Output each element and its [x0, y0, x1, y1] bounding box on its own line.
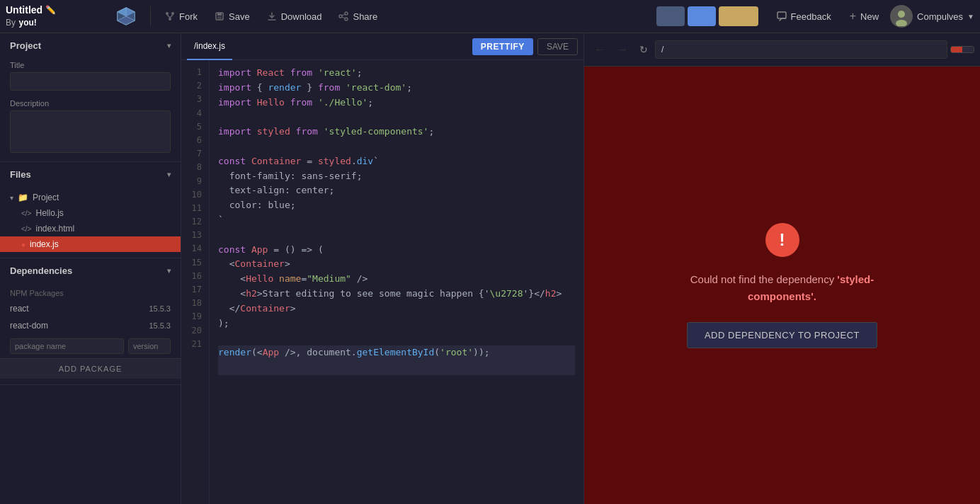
- editor-tabs: /index.js PRETTIFY SAVE: [181, 33, 583, 60]
- sidebar: Project ▾ Title Description Files ▾ ▾ 📁: [0, 33, 181, 504]
- code-line-4: [218, 110, 575, 125]
- url-bar[interactable]: [655, 40, 947, 59]
- error-message: Could not find the dependency 'styled-co…: [662, 271, 903, 305]
- code-line-16: <h2>Start editing to see some magic happ…: [218, 287, 575, 302]
- code-line-9: text-align: center;: [218, 183, 575, 198]
- svg-point-17: [345, 18, 348, 21]
- svg-rect-13: [217, 16, 222, 19]
- code-line-19: [218, 331, 575, 345]
- files-section-label: Files: [10, 169, 31, 180]
- back-button[interactable]: ←: [590, 40, 610, 59]
- prettify-button[interactable]: PRETTIFY: [472, 38, 533, 55]
- svg-line-19: [342, 17, 345, 18]
- color-swatch-1[interactable]: [656, 6, 685, 26]
- toggle-right[interactable]: [962, 47, 974, 52]
- svg-line-18: [342, 14, 345, 16]
- code-line-8: font-family: sans-serif;: [218, 169, 575, 184]
- file-item-indexjs[interactable]: ● index.js: [0, 236, 181, 252]
- package-version-input[interactable]: [128, 338, 171, 354]
- add-dependency-button[interactable]: ADD DEPENDENCY TO PROJECT: [687, 322, 877, 348]
- html-file-icon: </>: [21, 225, 31, 233]
- error-message-text: Could not find the dependency: [690, 273, 838, 285]
- error-icon: !: [765, 223, 799, 257]
- files-section-header[interactable]: Files ▾: [0, 162, 181, 187]
- code-content[interactable]: import React from 'react'; import { rend…: [210, 60, 583, 504]
- code-line-13: const App = () => (: [218, 243, 575, 258]
- topbar: Untitled ✏️ By you! Fork Save Download S: [0, 0, 980, 33]
- dependencies-chevron-icon: ▾: [167, 267, 171, 275]
- refresh-button[interactable]: ↻: [635, 41, 652, 58]
- dep-react[interactable]: react 15.5.3: [0, 300, 181, 317]
- file-tree: ▾ 📁 Project </> Hello.js </> index.html …: [0, 187, 181, 258]
- title-field: Title: [0, 58, 181, 96]
- fork-button[interactable]: Fork: [159, 8, 203, 25]
- editor-save-button[interactable]: SAVE: [537, 38, 578, 55]
- forward-button[interactable]: →: [612, 40, 632, 59]
- svg-point-16: [339, 15, 342, 18]
- file-item-indexhtml[interactable]: </> index.html: [0, 221, 181, 236]
- separator-1: [150, 6, 151, 26]
- error-icon-indexjs: ●: [21, 241, 25, 248]
- save-button[interactable]: Save: [209, 8, 256, 25]
- package-name-input[interactable]: [10, 338, 124, 354]
- file-name-indexhtml: index.html: [35, 224, 74, 234]
- save-label: Save: [229, 11, 250, 22]
- share-button[interactable]: Share: [333, 8, 383, 25]
- add-package-button[interactable]: ADD PACKAGE: [0, 358, 181, 379]
- color-swatch-3[interactable]: [719, 6, 758, 26]
- dep-react-dom-version: 15.5.3: [149, 321, 171, 330]
- project-folder-label: Project: [33, 193, 59, 202]
- user-menu-chevron[interactable]: ▼: [967, 13, 974, 21]
- user-name[interactable]: Compulves: [917, 11, 963, 22]
- avatar: [890, 5, 913, 28]
- toggle-left[interactable]: [951, 47, 962, 52]
- feedback-button[interactable]: Feedback: [770, 8, 838, 25]
- code-line-21: [218, 360, 575, 375]
- code-line-1: import React from 'react';: [218, 66, 575, 81]
- dep-react-name: react: [10, 304, 29, 314]
- code-line-20: render(<App />, document.getElementById(…: [218, 345, 575, 360]
- dependencies-label: Dependencies: [10, 265, 72, 276]
- cube-logo: [113, 4, 139, 29]
- color-swatch-2[interactable]: [688, 6, 716, 26]
- dep-react-version: 15.5.3: [149, 304, 171, 313]
- edit-title-icon[interactable]: ✏️: [45, 5, 56, 15]
- preview-toggle: [950, 46, 974, 53]
- file-name-indexjs: index.js: [30, 239, 59, 249]
- preview-toolbar: ← → ↻: [584, 33, 980, 67]
- svg-point-15: [345, 12, 348, 15]
- title-label: Title: [10, 61, 171, 69]
- project-section-header[interactable]: Project ▾: [0, 33, 181, 58]
- code-editor[interactable]: 1 2 3 4 5 6 7 8 9 10 11 12 13 14 15 16 1…: [181, 60, 583, 504]
- tab-indexjs[interactable]: /index.js: [187, 33, 232, 60]
- svg-point-8: [169, 18, 171, 21]
- feedback-label: Feedback: [791, 11, 831, 22]
- code-line-14: <Container>: [218, 257, 575, 272]
- by-label: By: [6, 18, 16, 28]
- fork-label: Fork: [179, 11, 198, 22]
- description-label: Description: [10, 99, 171, 108]
- description-input[interactable]: [10, 110, 171, 153]
- color-swatches: [656, 6, 758, 26]
- code-line-7: const Container = styled.div`: [218, 154, 575, 169]
- code-line-15: <Hello name="Medium" />: [218, 272, 575, 287]
- topbar-right: Feedback + New Compulves ▼: [770, 5, 974, 28]
- file-name-hello: Hello.js: [35, 208, 63, 218]
- tab-indexjs-label: /index.js: [194, 41, 225, 51]
- project-folder[interactable]: ▾ 📁 Project: [0, 190, 181, 205]
- preview-content: ! Could not find the dependency 'styled-…: [584, 67, 980, 504]
- new-button[interactable]: + New: [843, 7, 886, 25]
- title-input[interactable]: [10, 72, 171, 91]
- deps-content: NPM Packages react 15.5.3 react-dom 15.5…: [0, 283, 181, 384]
- dep-react-dom[interactable]: react-dom 15.5.3: [0, 317, 181, 334]
- download-button[interactable]: Download: [261, 8, 328, 25]
- svg-point-22: [896, 20, 907, 26]
- dependencies-section-header[interactable]: Dependencies ▾: [0, 258, 181, 283]
- main-layout: Project ▾ Title Description Files ▾ ▾ 📁: [0, 33, 980, 504]
- files-chevron-icon: ▾: [167, 171, 171, 178]
- npm-packages-label: NPM Packages: [0, 286, 181, 300]
- by-user: you!: [18, 18, 36, 28]
- file-item-hello[interactable]: </> Hello.js: [0, 205, 181, 221]
- svg-point-6: [166, 12, 169, 15]
- code-line-10: color: blue;: [218, 198, 575, 213]
